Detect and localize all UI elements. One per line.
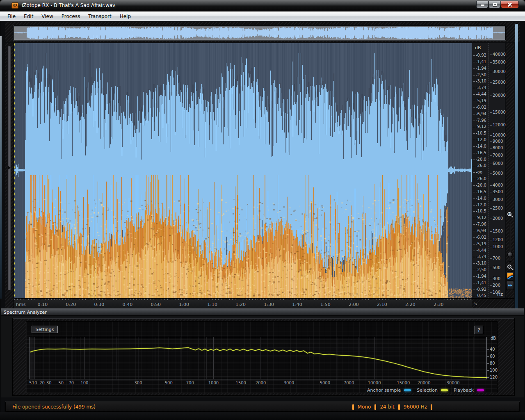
help-button[interactable]: ? [475,326,483,334]
time-tick: 0:10 [38,302,48,307]
hz-tick: 3000 [490,198,503,202]
menu-bar: FileEditViewProcessTransportHelp [0,11,525,21]
spectrum-freq-tick: 3000 [284,381,294,385]
minimize-icon [481,5,484,6]
menu-item-view[interactable]: View [37,12,57,21]
status-separator [431,404,432,410]
db-tick: -7,96 [473,222,486,226]
spectrum-freq-tick: 2000 [256,381,266,385]
spectrum-freq-tick: 20000 [418,381,431,385]
spectrum-freq-tick: 7000 [344,381,354,385]
spectrum-analyzer-board: Settings ? dB 406080100120 5102030507010… [26,321,498,393]
db-tick: -0,92 [473,53,486,57]
menu-item-file[interactable]: File [3,12,20,21]
hz-tick: 1200 [490,238,503,242]
time-ruler[interactable]: hms 0:100:200:300:400:501:001:101:201:30… [14,298,472,308]
status-separator [374,404,376,410]
db-tick: -1,94 [473,274,486,278]
spectrum-db-tick: 80 [487,361,495,365]
settings-button[interactable]: Settings [32,326,58,333]
left-scrollbar[interactable] [5,43,14,308]
spectrum-analyzer-inner: Settings ? dB 406080100120 5102030507010… [12,318,515,396]
db-tick: -2,50 [473,73,486,77]
hz-tick: 20000 [490,94,506,98]
zoom-slider[interactable] [509,223,511,262]
spectrogram-waveform-blend-button[interactable] [506,272,514,281]
spectrum-db-unit: dB [491,336,496,340]
db-tick: -6,94 [473,112,486,116]
db-tick: -9,12 [473,216,486,220]
db-tick: -1,41 [473,281,486,285]
zoom-out-icon[interactable]: - [507,265,511,269]
playhead-marker[interactable] [8,166,11,170]
hz-tick: 2000 [490,217,503,221]
minimize-button[interactable] [476,1,488,8]
legend-item-anchor-sample: Anchor sample [367,388,411,393]
spectrum-db-axis: dB 406080100120 [487,334,498,382]
window-title: iZotope RX - B That's A Sad Affair.wav [22,2,115,8]
time-tick: 0:50 [151,302,161,307]
spectrum-freq-tick: 15000 [397,381,410,385]
db-tick: -9,12 [473,125,486,129]
horizontal-zoom-button[interactable]: ↔ [506,281,514,290]
db-tick: -20,0 [473,158,486,162]
time-tick: 1:50 [320,302,331,307]
status-file-info: Mono 24-bit 96000 Hz [352,404,432,410]
time-tick: 1:30 [264,302,274,307]
spectrum-freq-tick: 5000 [320,381,330,385]
time-tick: 1:00 [179,302,189,307]
spectrum-freq-tick: 500 [165,381,173,385]
overview-waveform-canvas[interactable] [14,26,505,40]
spectrum-analyzer-title[interactable]: Spectrum Analyzer [1,308,524,315]
spectrum-graph[interactable] [30,337,487,379]
spectrum-freq-tick: 100 [80,381,88,385]
db-scale[interactable]: dB -0,92-1,41-1,94-2,50-3,10-3,74-4,44-5… [472,43,488,298]
hz-tick: 30000 [490,70,506,74]
status-sample-rate: 96000 Hz [404,404,427,410]
db-tick: -12,0 [473,203,486,207]
spectrum-freq-tick: 50 [58,381,64,385]
time-tick: 1:20 [235,302,246,307]
hz-tick: 25000 [490,80,506,84]
db-tick: -3,74 [473,86,486,90]
status-message: File opened successfully (499 ms) [12,404,96,410]
overview-strip[interactable] [14,25,506,40]
zoom-in-icon[interactable]: + [507,212,511,216]
menu-item-transport[interactable]: Transport [84,12,115,21]
db-tick: -6,94 [473,229,486,233]
menu-item-help[interactable]: Help [116,12,135,21]
hz-tick: 15000 [490,110,506,114]
time-tick: 0:20 [66,302,76,307]
maximize-button[interactable] [488,1,500,8]
spectrum-freq-tick: 10000 [368,381,381,385]
hz-tick: 700 [490,256,500,260]
hz-scale[interactable]: 4000035000300002500020000150001200010000… [488,43,505,298]
app-window: RX iZotope RX - B That's A Sad Affair.wa… [0,0,525,420]
time-tick: 2:00 [349,302,359,307]
hz-tick: 2500 [490,206,503,210]
window-left-glass-edge [0,36,2,299]
db-tick: -12,0 [473,138,486,142]
time-tick: 2:20 [405,302,415,307]
spectrogram-canvas[interactable] [14,43,472,298]
title-bar[interactable]: RX iZotope RX - B That's A Sad Affair.wa… [0,0,525,11]
zoom-slider-thumb[interactable] [507,252,513,257]
time-tick: 2:10 [377,302,387,307]
status-channels: Mono [358,404,371,410]
db-tick: -0,45 [473,294,486,298]
db-tick: -1,41 [473,60,486,64]
horizontal-arrows-icon: ↔ [507,282,514,288]
menu-item-process[interactable]: Process [57,12,84,21]
menu-item-edit[interactable]: Edit [20,12,37,21]
hz-tick: 9000 [490,139,503,144]
hz-tick: 6000 [490,162,503,166]
db-tick: -3,74 [473,255,486,259]
status-separator [398,404,400,410]
legend-item-playback: Playback [454,388,484,393]
db-tick: -1,94 [473,66,486,71]
close-button[interactable] [501,1,519,8]
spectrum-freq-tick: 1500 [236,381,246,385]
db-tick: -6,02 [473,105,486,110]
spectrum-freq-tick: 300 [134,381,142,385]
spectrum-db-tick: 60 [487,354,495,358]
